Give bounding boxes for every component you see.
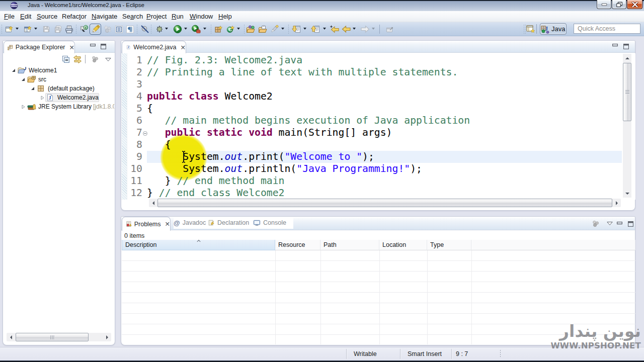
menu-navigate[interactable]: Navigate [92,13,117,20]
editor-tab-welcome2[interactable]: J Welcome2.java ✕ [122,41,186,53]
back-dropdown-icon[interactable] [353,28,356,30]
collapsed-arrow-icon[interactable] [41,96,44,100]
tree-item-welcome1[interactable]: Welcome1 [3,66,114,75]
code-line-6[interactable]: // main method begins execution of Java … [147,115,470,127]
annotate-pen-dropdown-icon[interactable] [281,28,284,30]
quick-access-input[interactable]: Quick Access [574,24,640,34]
editor-body[interactable]: 12 34 56 78 910 1112 // Fig. 2.3: Welcom… [122,53,635,200]
code-line-11[interactable]: } // end method main [147,175,470,187]
code-line-7[interactable]: public static void main(String[] args) [147,127,470,139]
new-java-project-button[interactable] [22,24,33,35]
scrollbar-thumb[interactable] [623,63,631,121]
expanded-arrow-icon[interactable] [21,77,25,81]
menu-source[interactable]: Source [37,13,57,20]
toggle-mark-occurrences-button[interactable] [90,24,101,35]
menu-window[interactable]: Window [190,13,213,20]
package-explorer-minimize-button[interactable] [90,44,96,49]
save-all-button[interactable] [52,24,63,35]
debug-dropdown-icon[interactable] [165,28,168,30]
console-tab[interactable]: Console [253,217,293,229]
editor-maximize-button[interactable] [623,44,629,49]
collapse-all-icon[interactable] [62,55,70,63]
menu-edit[interactable]: Edit [20,13,31,20]
javadoc-tab[interactable]: @ Javadoc [174,217,212,229]
code-line-2[interactable]: // Printing a line of text with multiple… [147,66,470,78]
code-line-4[interactable]: public class Welcome2 [147,90,470,103]
toggle-block-selection-button[interactable] [113,24,124,35]
menu-refactor[interactable]: Refactor [62,13,87,20]
scroll-right-button[interactable] [612,199,621,207]
editor-hscrollbar[interactable] [149,199,621,207]
code-line-10[interactable]: System.out.println("Java Programming!"); [147,163,470,175]
scrollbar-thumb[interactable] [16,333,89,341]
new-java-class-dropdown-icon[interactable] [237,28,240,30]
menu-search[interactable]: Search [122,13,143,20]
column-header-location[interactable]: Location [379,240,427,250]
problems-minimize-button[interactable] [617,222,622,227]
previous-annotation-button[interactable] [310,24,321,35]
run-button[interactable] [172,24,183,35]
run-dropdown-icon[interactable] [184,28,187,30]
restore-window-button[interactable] [612,0,626,9]
new-java-package-button[interactable] [213,24,224,35]
toggle-breadcrumb-button[interactable]: C [78,24,90,35]
code-line-3[interactable] [147,78,470,90]
scroll-left-button[interactable] [7,333,15,341]
code-text[interactable]: // Fig. 2.3: Welcome2.java // Printing a… [147,54,470,199]
open-perspective-icon[interactable] [526,25,535,33]
tree-item-src[interactable]: src [3,75,114,84]
view-menu-icon[interactable] [607,222,613,225]
search-button[interactable] [139,24,150,35]
menu-run[interactable]: Run [172,13,184,20]
menu-help[interactable]: Help [218,13,232,20]
column-header-type[interactable]: Type [427,240,471,250]
view-menu-icon[interactable] [105,58,111,61]
scroll-down-button[interactable] [623,189,631,198]
expanded-arrow-icon[interactable] [12,68,16,72]
next-annotation-button[interactable] [291,24,302,35]
debug-button[interactable] [154,24,165,35]
code-line-9[interactable]: System.out.print("Welcome to "); [147,151,470,163]
package-explorer-maximize-button[interactable] [101,44,106,49]
column-header-path[interactable]: Path [320,240,379,250]
minimize-window-button[interactable] [597,0,611,9]
new-wizard-dropdown-icon[interactable] [16,28,19,30]
editor-vscrollbar[interactable] [623,54,631,198]
new-wizard-button[interactable] [4,24,15,35]
package-explorer-tab[interactable]: Package Explorer ✕ [4,41,75,53]
scroll-left-button[interactable] [149,199,157,207]
external-tools-button[interactable] [190,24,201,35]
back-button[interactable] [341,24,352,35]
expanded-arrow-icon[interactable] [31,86,35,90]
print-button[interactable] [63,24,74,35]
package-explorer-hscrollbar[interactable] [7,333,111,341]
tree-item-default-package[interactable]: (default package) [3,84,114,93]
code-line-8[interactable]: { [147,139,470,151]
open-type-button[interactable] [245,24,256,35]
scroll-right-button[interactable] [103,333,111,341]
scrollbar-thumb[interactable] [157,199,612,207]
editor-tab-close-icon[interactable]: ✕ [181,44,186,51]
editor-minimize-button[interactable] [612,44,618,49]
annotate-pen-button[interactable] [269,24,280,35]
scroll-up-button[interactable] [623,54,631,62]
save-button[interactable] [41,24,52,35]
new-java-class-button[interactable]: C [225,24,236,35]
declaration-tab[interactable]: Declaration [208,217,254,229]
problems-maximize-button[interactable] [628,221,633,227]
close-window-button[interactable] [627,0,642,9]
java-perspective-button[interactable]: J Java [540,23,567,35]
code-line-1[interactable]: // Fig. 2.3: Welcome2.java [147,54,470,66]
open-task-button[interactable] [257,24,268,35]
external-tools-dropdown-icon[interactable] [203,28,206,30]
previous-annotation-dropdown-icon[interactable] [323,28,326,30]
new-java-project-dropdown-icon[interactable] [34,28,37,30]
code-line-5[interactable]: { [147,103,470,115]
show-whitespace-button[interactable] [124,24,135,35]
next-annotation-dropdown-icon[interactable] [303,28,306,30]
tree-item-welcome2-java[interactable]: J Welcome2.java [3,93,114,102]
menu-project[interactable]: Project [146,13,167,20]
column-header-resource[interactable]: Resource [275,240,320,250]
column-header-description[interactable]: Description [122,240,275,250]
code-line-12[interactable]: } // end class Welcome2 [147,187,470,199]
